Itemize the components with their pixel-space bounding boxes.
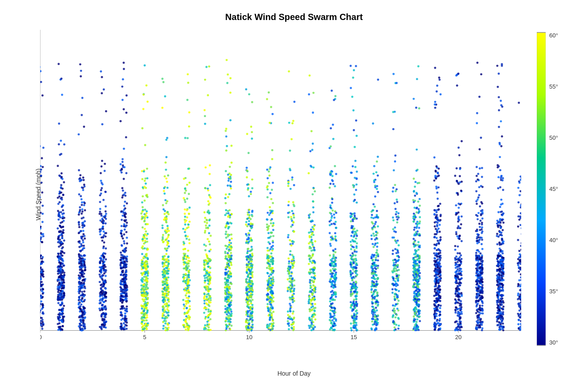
svg-point-2695 (225, 272, 227, 274)
svg-point-2995 (249, 329, 251, 331)
svg-point-2341 (208, 240, 210, 243)
svg-point-4125 (355, 262, 358, 264)
svg-point-1998 (188, 193, 190, 195)
svg-point-2396 (230, 324, 233, 327)
svg-point-5396 (458, 259, 460, 261)
svg-point-826 (84, 328, 86, 330)
svg-point-1970 (167, 327, 170, 329)
svg-point-990 (101, 308, 103, 310)
svg-point-983 (100, 189, 102, 191)
svg-point-2335 (206, 296, 208, 298)
svg-point-4267 (372, 173, 375, 175)
svg-point-1275 (126, 328, 128, 330)
svg-point-2186 (186, 288, 188, 290)
svg-point-829 (82, 226, 84, 228)
svg-point-541 (62, 232, 65, 234)
svg-point-3665 (335, 173, 337, 175)
svg-point-116 (41, 157, 43, 159)
svg-point-4335 (375, 251, 377, 254)
svg-point-1759 (165, 202, 167, 204)
svg-point-5702 (477, 260, 479, 262)
svg-point-1302 (122, 166, 124, 168)
svg-point-1358 (120, 259, 122, 261)
svg-point-1352 (122, 161, 124, 163)
svg-point-4299 (374, 195, 376, 198)
svg-point-5952 (501, 280, 503, 282)
svg-point-2974 (247, 183, 249, 186)
svg-point-2690 (230, 187, 232, 190)
svg-point-4027 (352, 184, 354, 186)
svg-point-2415 (228, 180, 230, 182)
svg-point-3106 (272, 311, 274, 313)
svg-point-4073 (353, 327, 355, 329)
svg-point-2901 (249, 283, 252, 285)
svg-point-50 (41, 182, 43, 184)
svg-point-3270 (267, 283, 269, 285)
svg-point-3631 (311, 242, 314, 244)
svg-point-5989 (499, 286, 502, 288)
svg-point-575 (57, 227, 59, 230)
svg-point-1079 (102, 228, 104, 230)
svg-point-1374 (126, 295, 128, 297)
svg-point-750 (82, 294, 84, 296)
svg-point-929 (105, 110, 107, 112)
svg-point-6039 (497, 256, 499, 258)
svg-point-2139 (184, 231, 186, 233)
svg-point-1888 (168, 304, 170, 307)
svg-point-3396 (293, 328, 295, 330)
svg-point-1688 (141, 274, 143, 276)
svg-point-5123 (439, 265, 441, 267)
svg-point-3344 (290, 188, 292, 190)
svg-point-3653 (309, 255, 311, 257)
svg-point-2968 (251, 280, 253, 282)
svg-point-1395 (121, 196, 123, 199)
svg-point-2094 (188, 207, 191, 209)
svg-point-5900 (502, 308, 504, 311)
svg-point-200 (41, 260, 43, 263)
svg-point-1367 (121, 219, 123, 221)
svg-point-4127 (351, 255, 353, 258)
svg-point-2903 (250, 190, 252, 193)
svg-point-3551 (313, 225, 315, 227)
svg-point-4477 (392, 73, 395, 75)
svg-point-4665 (418, 261, 421, 263)
svg-point-5388 (459, 269, 461, 271)
svg-point-2569 (225, 248, 228, 250)
svg-point-4619 (418, 107, 421, 109)
svg-point-4344 (374, 206, 376, 208)
svg-point-1038 (101, 239, 103, 242)
svg-point-4640 (416, 207, 418, 209)
svg-point-4034 (354, 212, 356, 215)
colorbar-tick-55: 55° (549, 83, 558, 90)
svg-point-512 (58, 201, 61, 203)
svg-point-3780 (333, 321, 335, 323)
svg-point-1053 (100, 215, 102, 217)
svg-point-3599 (313, 247, 315, 249)
svg-point-2277 (203, 275, 205, 277)
svg-point-1718 (162, 81, 164, 83)
svg-point-3010 (248, 280, 250, 283)
svg-point-2531 (225, 225, 228, 227)
svg-point-3845 (334, 258, 336, 260)
svg-point-2307 (208, 326, 210, 328)
svg-point-3835 (332, 307, 334, 309)
svg-point-2192 (204, 166, 207, 169)
svg-point-1347 (125, 271, 127, 273)
svg-point-3206 (269, 323, 271, 325)
svg-point-780 (78, 274, 80, 276)
svg-point-1663 (144, 312, 147, 314)
svg-point-3881 (351, 96, 353, 98)
svg-point-4853 (415, 170, 417, 172)
svg-point-1100 (103, 270, 105, 272)
svg-point-3856 (334, 308, 336, 310)
svg-point-215 (40, 236, 42, 239)
svg-point-5671 (477, 199, 479, 201)
svg-point-3200 (270, 252, 273, 255)
svg-point-1951 (162, 312, 164, 315)
svg-point-2696 (228, 287, 230, 289)
svg-point-784 (82, 258, 84, 260)
svg-point-3608 (312, 166, 314, 169)
svg-point-4456 (393, 326, 396, 328)
svg-point-171 (41, 205, 44, 207)
svg-point-2360 (208, 297, 210, 299)
